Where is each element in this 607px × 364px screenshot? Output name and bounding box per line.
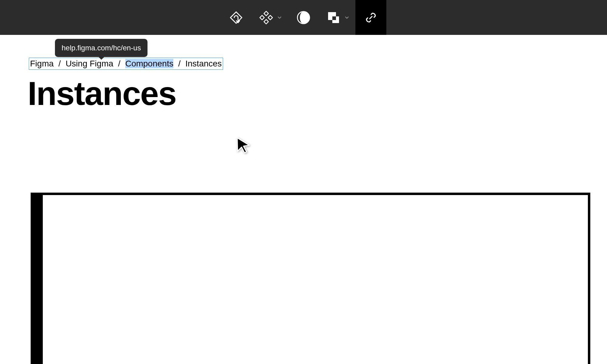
breadcrumb-item-figma[interactable]: Figma: [30, 59, 54, 68]
link-tooltip-text: help.figma.com/hc/en-us: [62, 44, 141, 52]
breadcrumb-separator: /: [56, 59, 63, 68]
boolean-tool[interactable]: [319, 0, 355, 35]
workspace[interactable]: help.figma.com/hc/en-us Figma / Using Fi…: [0, 35, 607, 364]
breadcrumb-separator: /: [116, 59, 123, 68]
boolean-icon: [325, 9, 342, 26]
page-title: Instances: [28, 76, 223, 111]
svg-rect-3: [332, 16, 336, 20]
chevron-down-icon: [345, 15, 349, 20]
breadcrumb-separator: /: [176, 59, 183, 68]
cursor-pointer-icon: [235, 136, 252, 153]
breadcrumb-item-instances[interactable]: Instances: [185, 59, 222, 68]
branch-tool[interactable]: [221, 0, 252, 35]
breadcrumb[interactable]: Figma / Using Figma / Components / Insta…: [29, 58, 223, 70]
component-tool[interactable]: [252, 0, 288, 35]
hero-image-frame: [31, 193, 590, 364]
link-tooltip: help.figma.com/hc/en-us: [55, 39, 148, 57]
breadcrumb-wrap: help.figma.com/hc/en-us Figma / Using Fi…: [29, 58, 223, 70]
branch-icon: [228, 9, 244, 26]
toolbar-cluster: [221, 0, 386, 35]
mask-tool[interactable]: [288, 0, 319, 35]
chevron-down-icon: [277, 15, 282, 20]
link-icon: [363, 9, 379, 26]
breadcrumb-item-components[interactable]: Components: [125, 59, 174, 68]
breadcrumb-item-using-figma[interactable]: Using Figma: [66, 59, 113, 68]
hero-image: [40, 193, 590, 364]
link-tool[interactable]: [355, 0, 386, 35]
component-icon: [258, 9, 274, 26]
toolbar: [0, 0, 607, 35]
page-content: help.figma.com/hc/en-us Figma / Using Fi…: [29, 58, 223, 111]
mask-icon: [295, 9, 312, 26]
